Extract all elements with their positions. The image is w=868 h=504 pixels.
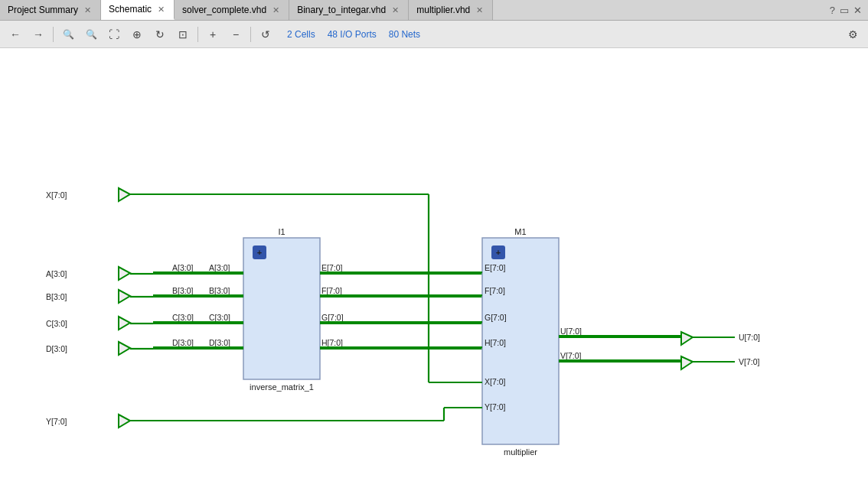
tab-label: Binary_to_integar.vhd [297,5,386,15]
ext-C-label: C[3:0] [46,319,67,328]
schematic-svg: text { font-family: Arial, sans-serif; f… [0,48,868,504]
tab-close-solver[interactable]: ✕ [271,5,281,16]
M1-in-E-label: E[7:0] [485,263,506,272]
I1-in-C-port: C[3:0] [209,313,230,322]
I1-in-B-label: B[3:0] [172,286,194,295]
buffer-D [119,342,130,355]
rotate-button[interactable]: ↻ [149,24,171,44]
label-I1: I1 [278,227,285,236]
restore-icon[interactable]: ▭ [840,5,849,16]
I1-out-G-label: G[7:0] [321,313,344,322]
tab-label: Schematic [109,4,152,15]
I1-in-A-port: A[3:0] [209,263,230,272]
buffer-V [681,356,693,369]
ext-U-label: U[7:0] [739,333,760,342]
buffer-Y [119,415,130,428]
toolbar-separator-2 [197,27,198,42]
settings-button[interactable]: ⚙ [842,24,863,44]
I1-in-A-label: A[3:0] [172,263,194,272]
toolbar-info: 2 Cells 48 I/O Ports 80 Nets [287,29,420,40]
tab-label: solver_complete.vhd [182,5,266,15]
forward-button[interactable]: → [28,24,49,44]
tab-solver-complete[interactable]: solver_complete.vhd ✕ [175,0,289,20]
schematic-canvas[interactable]: text { font-family: Arial, sans-serif; f… [0,48,868,504]
nets-info[interactable]: 80 Nets [389,29,420,40]
ports-info[interactable]: 48 I/O Ports [328,29,377,40]
I1-out-E-label: E[7:0] [321,263,343,272]
I1-in-C-label: C[3:0] [172,313,194,322]
help-icon[interactable]: ? [830,5,835,16]
move-button[interactable]: ⊡ [172,24,194,44]
toolbar-right: ⚙ [842,24,863,44]
ext-V-label: V[7:0] [739,357,760,366]
tab-close-project-summary[interactable]: ✕ [83,5,93,16]
toolbar: ← → 🔍 🔍 ⛶ ⊕ ↻ ⊡ + − ↺ 2 Cells 48 I/O Por… [0,21,868,48]
ext-X-label: X[7:0] [46,190,67,200]
refresh-button[interactable]: ↺ [255,24,276,44]
ext-Y-label: Y[7:0] [46,417,67,426]
ext-D-label: D[3:0] [46,344,67,353]
tab-schematic[interactable]: Schematic ✕ [101,0,175,20]
select-button[interactable]: ⊕ [126,24,148,44]
ext-B-label: B[3:0] [46,292,67,301]
close-window-icon[interactable]: ✕ [853,5,862,16]
buffer-A [119,267,130,280]
back-button[interactable]: ← [5,24,26,44]
buffer-C [119,317,130,330]
tab-label: multiplier.vhd [416,5,470,15]
remove-button[interactable]: − [225,24,246,44]
svg-text:+: + [257,248,262,257]
sublabel-M1: multiplier [504,447,537,457]
buffer-B [119,290,130,303]
add-button[interactable]: + [202,24,224,44]
svg-text:+: + [496,248,501,257]
I1-in-D-port: D[3:0] [209,338,230,347]
label-M1: M1 [514,227,526,236]
tab-close-binary[interactable]: ✕ [390,5,400,16]
tab-binary-to-integar[interactable]: Binary_to_integar.vhd ✕ [289,0,409,20]
I1-in-B-port: B[3:0] [209,286,230,295]
tab-label: Project Summary [8,5,78,15]
buffer-X [119,188,130,201]
I1-out-F-label: F[7:0] [321,286,342,295]
M1-in-X-label: X[7:0] [485,377,506,386]
toolbar-separator-1 [53,27,54,42]
tab-multiplier[interactable]: multiplier.vhd ✕ [409,0,493,20]
zoom-out-button[interactable]: 🔍 [80,24,102,44]
tab-bar: Project Summary ✕ Schematic ✕ solver_com… [0,0,868,21]
zoom-in-button[interactable]: 🔍 [57,24,79,44]
M1-in-H-label: H[7:0] [485,338,506,347]
I1-in-D-label: D[3:0] [172,338,194,347]
tab-close-multiplier[interactable]: ✕ [475,5,485,16]
M1-out-V-label: V[7:0] [560,351,582,360]
ext-A-label: A[3:0] [46,269,67,278]
tab-bar-right: ? ▭ ✕ [830,5,868,16]
M1-out-U-label: U[7:0] [560,327,582,336]
tab-project-summary[interactable]: Project Summary ✕ [0,0,101,20]
I1-out-H-label: H[7:0] [321,338,343,347]
toolbar-separator-3 [250,27,251,42]
sublabel-I1: inverse_matrix_1 [250,382,314,392]
fit-button[interactable]: ⛶ [103,24,125,44]
buffer-U [681,332,693,345]
M1-in-F-label: F[7:0] [485,286,505,295]
cells-info[interactable]: 2 Cells [287,29,315,40]
M1-in-G-label: G[7:0] [485,313,507,322]
M1-in-Y-label: Y[7:0] [485,402,506,411]
tab-close-schematic[interactable]: ✕ [156,4,166,15]
